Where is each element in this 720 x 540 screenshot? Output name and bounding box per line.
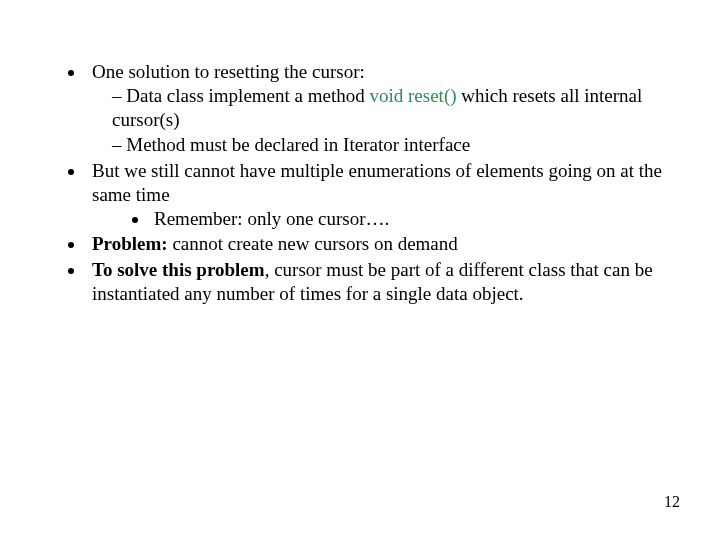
bullet-1: One solution to resetting the cursor: Da… bbox=[86, 60, 662, 157]
bullet-2-text: But we still cannot have multiple enumer… bbox=[92, 160, 662, 205]
bullet-list: One solution to resetting the cursor: Da… bbox=[58, 60, 662, 306]
bullet-3: Problem: cannot create new cursors on de… bbox=[86, 232, 662, 256]
bullet-1-sublist: Data class implement a method void reset… bbox=[92, 84, 662, 157]
bullet-4: To solve this problem, cursor must be pa… bbox=[86, 258, 662, 306]
bullet-1b: Method must be declared in Iterator inte… bbox=[112, 133, 662, 157]
bullet-1a: Data class implement a method void reset… bbox=[112, 84, 662, 132]
bullet-2-sublist: Remember: only one cursor…. bbox=[92, 207, 662, 231]
code-void-reset: void reset() bbox=[369, 85, 456, 106]
bullet-2a-text: Remember: only one cursor…. bbox=[154, 208, 389, 229]
bullet-2a: Remember: only one cursor…. bbox=[150, 207, 662, 231]
bullet-3-bold: Problem: bbox=[92, 233, 168, 254]
page-number: 12 bbox=[664, 492, 680, 512]
bullet-1a-pre: Data class implement a method bbox=[126, 85, 369, 106]
bullet-3-rest: cannot create new cursors on demand bbox=[168, 233, 458, 254]
bullet-1b-text: Method must be declared in Iterator inte… bbox=[126, 134, 470, 155]
bullet-2: But we still cannot have multiple enumer… bbox=[86, 159, 662, 230]
bullet-1-text: One solution to resetting the cursor: bbox=[92, 61, 365, 82]
bullet-4-bold: To solve this problem bbox=[92, 259, 265, 280]
slide-body: One solution to resetting the cursor: Da… bbox=[0, 0, 720, 540]
